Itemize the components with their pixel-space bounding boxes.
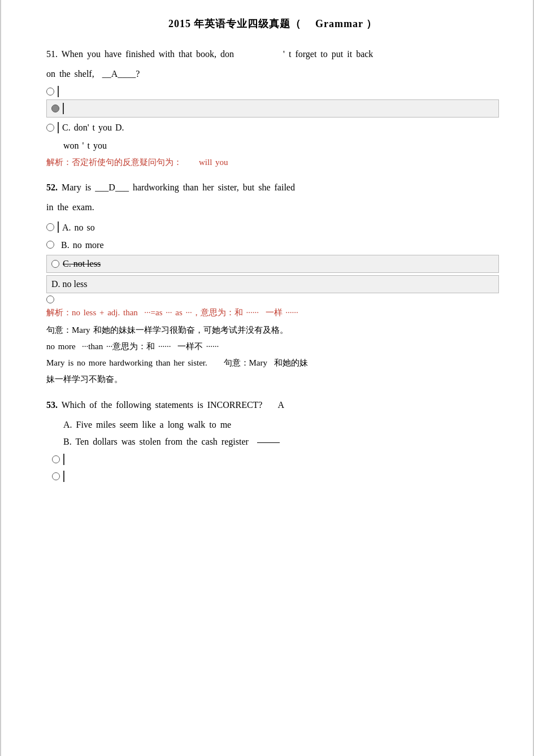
q53-dash-b <box>257 442 280 443</box>
q52-radio-extra-icon[interactable] <box>46 296 54 303</box>
q52-option-a-text: A. no so <box>62 220 95 235</box>
q53-radio-icon-2[interactable] <box>52 472 60 480</box>
q53-radio-2 <box>52 471 499 482</box>
q53-option-b: B. Ten dollars was stolen from the cash … <box>63 434 499 450</box>
q51-divider-b <box>63 103 64 114</box>
q51-analysis: 解析：否定祈使句的反意疑问句为： will you <box>46 155 499 170</box>
q52-analysis-line5: 妹一样学习不勤奋。 <box>46 372 499 387</box>
q51-divider-c <box>58 122 59 133</box>
q52-analysis-line1: 解析：no less + adj. than ···=as ··· as ···… <box>46 306 499 320</box>
q51-option-d-text: won ' t you <box>63 138 107 153</box>
q53-radio-1 <box>52 454 499 465</box>
q53-divider-2 <box>63 471 64 482</box>
question-51: 51. When you have finished with that boo… <box>46 46 499 170</box>
q52-divider-a <box>58 221 59 233</box>
q51-divider-a <box>58 86 59 97</box>
q52-option-d-text: D. no less <box>51 279 88 289</box>
q51-option-a <box>46 86 499 97</box>
q52-option-b: B. no more <box>46 237 499 253</box>
q52-radio-c[interactable] <box>51 260 59 268</box>
question-53: 53. Which of the following statements is… <box>46 397 499 485</box>
q52-text-line2: in the exam. <box>46 199 499 215</box>
q52-option-b-text: B. no more <box>61 237 104 253</box>
q52-radio-extra <box>46 296 499 303</box>
q53-body: Which of the following statements is INC… <box>62 400 263 410</box>
q51-option-d: won ' t you <box>63 138 499 153</box>
question-52: 52. Mary is ___D___ hardworking than her… <box>46 180 499 386</box>
q53-divider-1 <box>63 454 64 465</box>
q52-option-c-text: C. not less <box>63 259 101 269</box>
q51-body: When you have finished with that book, d… <box>62 49 234 59</box>
q53-option-a: A. Five miles seem like a long walk to m… <box>63 417 499 433</box>
q53-bottom-radios <box>52 454 499 484</box>
q52-text-line1: 52. Mary is ___D___ hardworking than her… <box>46 180 499 195</box>
q53-options: A. Five miles seem like a long walk to m… <box>63 417 499 451</box>
q52-number: 52. <box>46 183 58 192</box>
q52-analysis-line2: 句意：Mary 和她的妹妹一样学习很勤奋，可她考试并没有及格。 <box>46 323 499 338</box>
q52-option-a: A. no so <box>46 220 499 235</box>
q52-body: Mary is ___D___ hardworking than her sis… <box>62 183 295 192</box>
q52-analysis-line4: Mary is no more hardworking than her sis… <box>46 355 499 371</box>
q51-text-line2: on the shelf, __A____? <box>46 66 499 81</box>
q53-answer: A <box>277 400 284 410</box>
q51-option-cd-text: C. don' t you D. <box>62 120 124 135</box>
title-text: 2015 年英语专业四级真题（ Grammar ） <box>168 18 377 29</box>
q51-radio-b[interactable] <box>51 105 59 112</box>
q51-text-line1: 51. When you have finished with that boo… <box>46 46 499 62</box>
q51-number: 51. <box>46 49 58 59</box>
page-container: 2015 年英语专业四级真题（ Grammar ） 51. When you h… <box>0 0 534 756</box>
q51-suffix: ' t forget to put it back <box>283 49 373 59</box>
q52-radio-a[interactable] <box>46 223 54 231</box>
q51-radio-a[interactable] <box>46 88 54 95</box>
q53-text-line1: 53. Which of the following statements is… <box>46 397 499 412</box>
q53-number: 53. <box>46 400 58 410</box>
q51-radio-c[interactable] <box>46 124 54 132</box>
q52-option-c-highlighted: C. not less <box>46 255 499 273</box>
q53-radio-icon-1[interactable] <box>52 455 60 463</box>
q51-option-cd: C. don' t you D. <box>46 120 499 135</box>
q51-option-b-highlighted <box>46 99 499 118</box>
q52-radio-b[interactable] <box>46 241 54 249</box>
q52-option-d-highlighted: D. no less <box>46 275 499 293</box>
q52-analysis-line3: no more ···than ···意思为：和 ······ 一样不 ····… <box>46 339 499 354</box>
page-title: 2015 年英语专业四级真题（ Grammar ） <box>46 17 499 31</box>
